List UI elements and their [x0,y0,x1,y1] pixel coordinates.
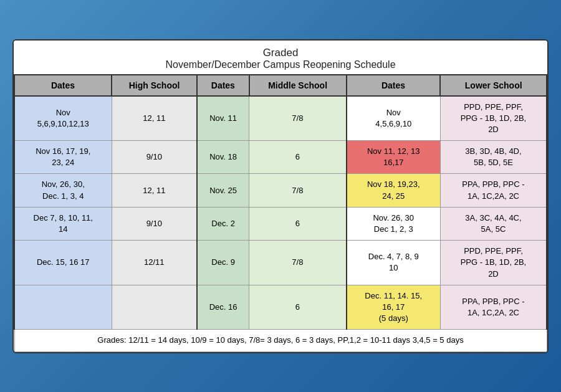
hs-grade-3: 9/10 [112,207,197,240]
schedule-container: Graded November/December Campus Reopenin… [12,39,549,353]
ls-date-2: Nov 18, 19,23,24, 25 [347,174,441,207]
title-area: Graded November/December Campus Reopenin… [14,41,547,74]
ls-grade-5: PPA, PPB, PPC -1A, 1C,2A, 2C [440,285,547,330]
hs-date-4: Dec. 15, 16 17 [14,241,112,285]
footer-row: Grades: 12/11 = 14 days, 10/9 = 10 days,… [14,330,547,351]
ms-date-2: Nov. 25 [197,174,249,207]
ls-grade-3: 3A, 3C, 4A, 4C,5A, 5C [440,207,547,240]
table-row: Dec. 16 6 Dec. 11, 14. 15,16, 17(5 days)… [14,285,547,330]
ls-grade-0: PPD, PPE, PPF,PPG - 1B, 1D, 2B,2D [440,96,547,141]
header-hs: High School [112,75,197,96]
ls-grade-1: 3B, 3D, 4B, 4D,5B, 5D, 5E [440,141,547,174]
hs-grade-4: 12/11 [112,241,197,285]
header-ls: Lower School [440,75,547,96]
main-title: Graded [19,47,542,59]
hs-date-0: Nov5,6,9,10,12,13 [14,96,112,141]
ms-date-0: Nov. 11 [197,96,249,141]
table-row: Nov, 26, 30,Dec. 1, 3, 4 12, 11 Nov. 25 … [14,174,547,207]
hs-grade-2: 12, 11 [112,174,197,207]
ls-grade-4: PPD, PPE, PPF,PPG - 1B, 1D, 2B,2D [440,241,547,285]
table-row: Dec. 15, 16 17 12/11 Dec. 9 7/8 Dec. 4, … [14,241,547,285]
footer-text: Grades: 12/11 = 14 days, 10/9 = 10 days,… [14,330,547,351]
ls-date-5: Dec. 11, 14. 15,16, 17(5 days) [347,285,441,330]
ms-grade-2: 7/8 [249,174,347,207]
sub-title: November/December Campus Reopening Sched… [19,59,542,70]
header-dates1: Dates [14,75,112,96]
hs-date-1: Nov 16, 17, 19,23, 24 [14,141,112,174]
ls-date-0: Nov4,5,6,9,10 [347,96,441,141]
ms-grade-3: 6 [249,207,347,240]
ms-date-1: Nov. 18 [197,141,249,174]
hs-grade-0: 12, 11 [112,96,197,141]
table-row: Nov5,6,9,10,12,13 12, 11 Nov. 11 7/8 Nov… [14,96,547,141]
hs-date-5 [14,285,112,330]
header-dates3: Dates [347,75,441,96]
ms-date-5: Dec. 16 [197,285,249,330]
header-ms: Middle School [249,75,347,96]
ls-date-1: Nov 11, 12, 1316,17 [347,141,441,174]
ls-date-4: Dec. 4, 7, 8, 910 [347,241,441,285]
ms-grade-5: 6 [249,285,347,330]
ms-grade-4: 7/8 [249,241,347,285]
ms-date-4: Dec. 9 [197,241,249,285]
schedule-table: Dates High School Dates Middle School Da… [14,74,547,352]
hs-date-3: Dec 7, 8, 10, 11,14 [14,207,112,240]
hs-grade-1: 9/10 [112,141,197,174]
table-row: Dec 7, 8, 10, 11,14 9/10 Dec. 2 6 Nov. 2… [14,207,547,240]
ls-grade-2: PPA, PPB, PPC -1A, 1C,2A, 2C [440,174,547,207]
ms-date-3: Dec. 2 [197,207,249,240]
hs-grade-5 [112,285,197,330]
ls-date-3: Nov. 26, 30Dec 1, 2, 3 [347,207,441,240]
ms-grade-1: 6 [249,141,347,174]
ms-grade-0: 7/8 [249,96,347,141]
hs-date-2: Nov, 26, 30,Dec. 1, 3, 4 [14,174,112,207]
header-row: Dates High School Dates Middle School Da… [14,75,547,96]
table-row: Nov 16, 17, 19,23, 24 9/10 Nov. 18 6 Nov… [14,141,547,174]
header-dates2: Dates [197,75,249,96]
